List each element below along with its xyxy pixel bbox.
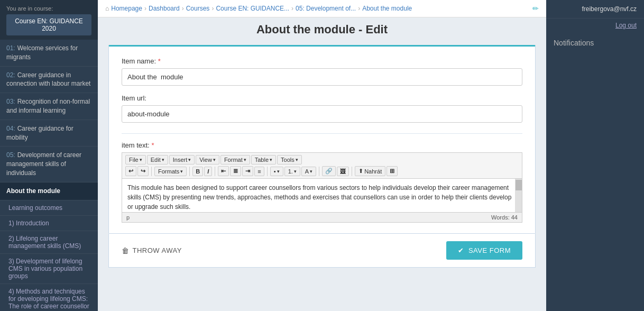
sidebar-item-01[interactable]: 01:Welcome services for migrants	[0, 40, 98, 67]
sidebar-item-05-label: Development of career management skills …	[6, 151, 81, 177]
sidebar-item-01-label: Welcome services for migrants	[6, 44, 78, 61]
sidebar-item-05-num: 05:	[6, 151, 15, 159]
sep4: ›	[291, 5, 293, 12]
breadcrumb-dashboard[interactable]: Dashboard	[149, 5, 180, 12]
sep5: ›	[358, 5, 360, 12]
align-right-button[interactable]: ⇥	[242, 166, 253, 176]
sidebar-item-05[interactable]: 05:Development of career management skil…	[0, 147, 98, 182]
course-label: You are in course:	[6, 5, 91, 12]
sidebar-item-02[interactable]: 02:Career guidance in connection with la…	[0, 67, 98, 94]
breadcrumb-homepage[interactable]: Homepage	[111, 5, 142, 12]
sidebar-item-04-num: 04:	[6, 125, 15, 132]
item-text-label: item text: *	[122, 141, 522, 149]
italic-button[interactable]: I	[204, 167, 212, 176]
editor-toolbar: File ▾ Edit ▾ Insert ▾ View ▾ Format ▾ T…	[122, 152, 522, 178]
required-marker: *	[158, 57, 161, 65]
table-editor-button[interactable]: ⊞	[387, 166, 398, 176]
sidebar-item-04[interactable]: 04:Career guidance for mobility	[0, 120, 98, 147]
course-selector[interactable]: Course EN: GUIDANCE 2020	[6, 14, 91, 35]
save-form-label: SAVE FORM	[468, 246, 511, 254]
undo-button[interactable]: ↩	[125, 166, 136, 176]
breadcrumb-about-module[interactable]: About the module	[362, 5, 412, 12]
sep2: ›	[182, 5, 184, 12]
image-button[interactable]: 🖼	[337, 167, 349, 176]
menu-edit[interactable]: Edit ▾	[147, 155, 168, 164]
logout-link[interactable]: Log out	[546, 19, 644, 32]
breadcrumb-course-en[interactable]: Course EN: GUIDANCE...	[216, 5, 289, 12]
user-email: freibergova@nvf.cz	[582, 5, 637, 13]
sep3: ›	[211, 5, 214, 12]
word-count: Words: 44	[491, 214, 518, 221]
menu-view[interactable]: View ▾	[196, 155, 219, 164]
main-area: ⌂ Homepage › Dashboard › Courses › Cours…	[98, 0, 546, 311]
menu-table[interactable]: Table ▾	[251, 155, 276, 164]
sep1: ›	[144, 5, 146, 12]
toolbar-sep-1	[151, 167, 152, 176]
upload-button[interactable]: ⬆ Nahrát	[355, 166, 385, 176]
right-panel-header: freibergova@nvf.cz	[546, 0, 644, 19]
item-url-input[interactable]	[122, 105, 522, 123]
redo-button[interactable]: ↪	[137, 166, 149, 176]
save-form-button[interactable]: ✔ SAVE FORM	[446, 241, 522, 260]
sidebar-item-03[interactable]: 03:Recognition of non-formal and informa…	[0, 93, 98, 120]
list-button[interactable]: • ▾	[270, 167, 283, 176]
upload-icon: ⬆	[358, 168, 363, 175]
page-title: About the module - Edit	[108, 23, 536, 36]
sidebar-subitem-development[interactable]: 3) Development of lifelong CMS in variou…	[0, 254, 98, 284]
trash-icon: 🗑	[122, 246, 130, 255]
font-color-button[interactable]: A ▾	[301, 167, 316, 176]
sidebar: You are in course: Course EN: GUIDANCE 2…	[0, 0, 98, 311]
home-icon: ⌂	[105, 5, 109, 12]
sidebar-subitem-introduction[interactable]: 1) Introduction	[0, 216, 98, 231]
item-name-label: Item name: *	[122, 57, 522, 65]
right-panel: freibergova@nvf.cz Log out Notifications	[546, 0, 644, 311]
editor-scrollbar[interactable]	[515, 178, 522, 213]
toolbar-format-row: ↩ ↪ Formats ▾ B I ⇤ ≣ ⇥ ≡ • ▾ 1. ▾ A ▾	[125, 166, 519, 176]
toolbar-sep-3	[215, 167, 215, 176]
course-header: You are in course: Course EN: GUIDANCE 2…	[0, 0, 98, 40]
scrollbar-thumb[interactable]	[516, 180, 522, 190]
numbered-list-button[interactable]: 1. ▾	[284, 167, 300, 176]
sidebar-item-03-label: Recognition of non-formal and informal l…	[6, 98, 90, 114]
sidebar-subitem-methods[interactable]: 4) Methods and techniques for developing…	[0, 284, 98, 311]
editor-content-area[interactable]: This module has been designed to support…	[122, 178, 522, 213]
toolbar-sep-6	[352, 167, 352, 176]
menu-file[interactable]: File ▾	[125, 155, 146, 164]
sidebar-item-02-num: 02:	[6, 71, 15, 79]
menu-tools[interactable]: Tools ▾	[277, 155, 302, 164]
breadcrumb-development[interactable]: 05: Development of...	[296, 5, 356, 12]
bold-button[interactable]: B	[192, 167, 203, 176]
link-button[interactable]: 🔗	[322, 166, 336, 176]
editor-tag: p	[126, 214, 130, 221]
align-justify-button[interactable]: ≡	[254, 167, 264, 176]
item-url-label: Item url:	[122, 94, 522, 102]
sidebar-item-04-label: Career guidance for mobility	[6, 125, 73, 141]
edit-icon[interactable]: ✏	[532, 4, 539, 13]
required-marker-2: *	[151, 141, 154, 149]
save-icon: ✔	[458, 246, 464, 254]
sidebar-subitem-learning-outcomes[interactable]: Learning outcomes	[0, 200, 98, 216]
align-left-button[interactable]: ⇤	[218, 166, 229, 176]
notifications-label: Notifications	[546, 32, 644, 53]
breadcrumb: ⌂ Homepage › Dashboard › Courses › Cours…	[98, 0, 546, 17]
formats-dropdown[interactable]: Formats ▾	[154, 167, 187, 176]
sidebar-item-01-num: 01:	[6, 44, 15, 52]
menu-insert[interactable]: Insert ▾	[169, 155, 195, 164]
sidebar-item-03-num: 03:	[6, 98, 15, 105]
content-area: About the module - Edit Item name: * Ite…	[98, 17, 546, 311]
sidebar-item-02-label: Career guidance in connection with labou…	[6, 71, 90, 88]
form-actions: 🗑 THROW AWAY ✔ SAVE FORM	[108, 234, 536, 268]
editor-content: This module has been designed to support…	[127, 184, 511, 211]
throw-away-button[interactable]: 🗑 THROW AWAY	[122, 246, 182, 255]
editor-wrapper: This module has been designed to support…	[122, 178, 522, 213]
menu-format[interactable]: Format ▾	[220, 155, 250, 164]
sidebar-subitem-cms[interactable]: 2) Lifelong career management skills (CM…	[0, 231, 98, 254]
align-center-button[interactable]: ≣	[230, 166, 241, 176]
throw-away-label: THROW AWAY	[133, 246, 182, 254]
breadcrumb-courses[interactable]: Courses	[186, 5, 210, 12]
sidebar-active-module[interactable]: About the module	[0, 182, 98, 200]
toolbar-sep-2	[189, 167, 190, 176]
toolbar-sep-4	[267, 167, 268, 176]
item-name-input[interactable]	[122, 68, 522, 86]
section-divider	[122, 133, 522, 134]
